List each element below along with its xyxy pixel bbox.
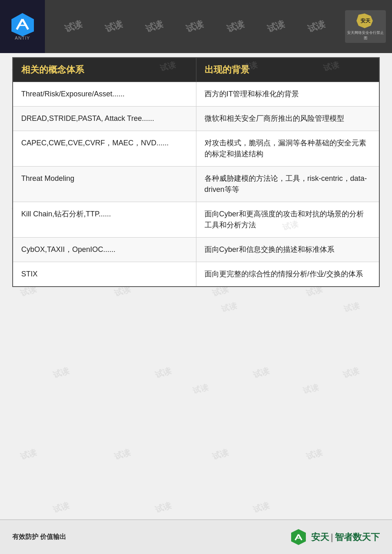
main-content: 相关的概念体系 出现的背景 Threat/Risk/Exposure/Asset… <box>12 57 380 517</box>
table-row: Kill Chain,钻石分析,TTP......面向Cyber和更高强度的攻击… <box>13 202 379 238</box>
table-row: CAPEC,CWE,CVE,CVRF，MAEC，NVD......对攻击模式，脆… <box>13 131 379 167</box>
footer: 有效防护 价值输出 安天|智者数天下 <box>0 519 392 554</box>
table-cell-right-2: 对攻击模式，脆弱点，漏洞等各种基础的安全元素的标定和描述结构 <box>196 131 379 167</box>
footer-logo: 安天|智者数天下 <box>290 528 380 546</box>
table-cell-right-3: 各种威胁建模的方法论，工具，risk-centric，data-driven等等 <box>196 167 379 202</box>
table-cell-left-0: Threat/Risk/Exposure/Asset...... <box>13 82 196 107</box>
logo-area: ANTIY <box>0 0 45 53</box>
header: ANTIY 试读 试读 试读 试读 试读 试读 试读 安天 安天网络安全令行禁止… <box>0 0 392 53</box>
table-row: DREAD,STRIDE,PASTA, Attack Tree......微软和… <box>13 107 379 131</box>
header-wm-5: 试读 <box>225 18 246 35</box>
header-wm-7: 试读 <box>306 18 327 35</box>
header-wm-4: 试读 <box>185 18 206 35</box>
header-right: 出现的背景 <box>196 58 379 82</box>
table-cell-left-6: STIX <box>13 262 196 287</box>
header-watermarks: 试读 试读 试读 试读 试读 试读 试读 <box>45 20 345 33</box>
footer-logo-icon <box>290 528 308 546</box>
svg-text:安天: 安天 <box>360 18 371 24</box>
table-cell-left-2: CAPEC,CWE,CVE,CVRF，MAEC，NVD...... <box>13 131 196 167</box>
logo-text: ANTIY <box>15 36 30 40</box>
header-left: 相关的概念体系 <box>13 58 196 82</box>
footer-brand-main: 安天|智者数天下 <box>311 531 380 543</box>
header-right-logo: 安天 安天网络安全令行禁止图 <box>345 10 386 43</box>
table-row: CybOX,TAXII，OpenIOC......面向Cyber和信息交换的描述… <box>13 238 379 262</box>
header-wm-1: 试读 <box>63 18 84 35</box>
table-cell-left-3: Threat Modeling <box>13 167 196 202</box>
content-wm-8: 试读 <box>302 382 319 396</box>
table-cell-left-4: Kill Chain,钻石分析,TTP...... <box>13 202 196 238</box>
content-wm-6: 试读 <box>343 300 360 315</box>
table-row: Threat Modeling各种威胁建模的方法论，工具，risk-centri… <box>13 167 379 202</box>
svg-marker-6 <box>291 529 306 545</box>
antiy-logo-icon <box>9 11 36 38</box>
header-brand-icon: 安天 <box>354 13 377 29</box>
table-cell-right-5: 面向Cyber和信息交换的描述和标准体系 <box>196 238 379 262</box>
footer-left-text: 有效防护 价值输出 <box>12 533 66 541</box>
header-wm-6: 试读 <box>265 18 287 35</box>
table-cell-left-1: DREAD,STRIDE,PASTA, Attack Tree...... <box>13 107 196 131</box>
table-cell-right-1: 微软和相关安全厂商所推出的风险管理模型 <box>196 107 379 131</box>
concept-table: 相关的概念体系 出现的背景 Threat/Risk/Exposure/Asset… <box>12 57 380 287</box>
table-cell-left-5: CybOX,TAXII，OpenIOC...... <box>13 238 196 262</box>
table-cell-right-4: 面向Cyber和更高强度的攻击和对抗的场景的分析工具和分析方法 <box>196 202 379 238</box>
table-cell-right-6: 面向更完整的综合性的情报分析/作业/交换的体系 <box>196 262 379 287</box>
content-wm-9: 试读 <box>192 382 209 396</box>
table-row: Threat/Risk/Exposure/Asset......西方的IT管理和… <box>13 82 379 107</box>
table-cell-right-0: 西方的IT管理和标准化的背景 <box>196 82 379 107</box>
table-row: STIX面向更完整的综合性的情报分析/作业/交换的体系 <box>13 262 379 287</box>
content-wm-7: 试读 <box>220 300 238 315</box>
header-wm-3: 试读 <box>144 18 165 35</box>
table-header-row: 相关的概念体系 出现的背景 <box>13 58 379 82</box>
header-brand-text: 安天网络安全令行禁止图 <box>347 30 384 41</box>
header-wm-2: 试读 <box>103 18 125 35</box>
